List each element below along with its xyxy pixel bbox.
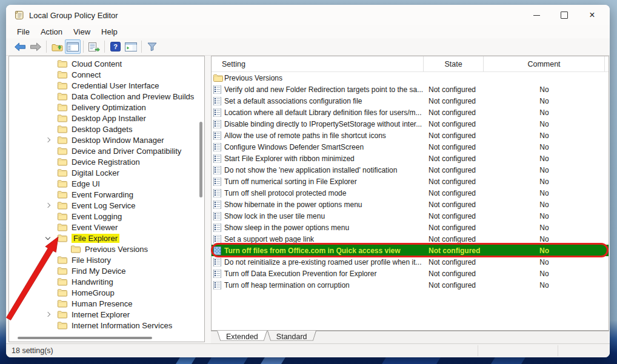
policy-setting-icon bbox=[213, 247, 221, 255]
menu-view[interactable]: View bbox=[68, 27, 96, 37]
tree-item-delivery-optimization[interactable]: Delivery Optimization bbox=[9, 102, 204, 113]
tree-item-find-my-device[interactable]: Find My Device bbox=[9, 265, 204, 276]
policy-setting-icon bbox=[213, 154, 221, 163]
toolbar-separator bbox=[46, 41, 47, 53]
help-icon: ? bbox=[110, 42, 121, 51]
folder-icon bbox=[58, 300, 67, 308]
up-one-level-icon bbox=[52, 42, 63, 51]
list-row-setting[interactable]: Set a default associations configuration… bbox=[212, 95, 609, 107]
tab-standard[interactable]: Standard bbox=[267, 331, 316, 342]
tree-item-label: Event Logging bbox=[72, 212, 122, 221]
forward-button[interactable] bbox=[28, 39, 44, 54]
tree-item-event-viewer[interactable]: Event Viewer bbox=[9, 222, 204, 233]
list-row-setting[interactable]: Turn off shell protocol protected modeNo… bbox=[212, 187, 609, 199]
show-console-tree-icon bbox=[67, 42, 79, 51]
folder-icon bbox=[58, 93, 67, 101]
list-row-setting[interactable]: Do not show the 'new application install… bbox=[212, 164, 609, 176]
tree-item-digital-locker[interactable]: Digital Locker bbox=[9, 167, 204, 178]
column-header-comment[interactable]: Comment bbox=[484, 56, 605, 71]
setting-comment: No bbox=[484, 212, 605, 220]
maximize-button[interactable] bbox=[550, 5, 578, 25]
list-row-setting[interactable]: Show hibernate in the power options menu… bbox=[212, 199, 609, 210]
up-one-level-button[interactable] bbox=[49, 39, 65, 54]
list-row-setting[interactable]: Turn off numerical sorting in File Explo… bbox=[212, 176, 609, 187]
list-row-setting[interactable]: Set a support web page linkNot configure… bbox=[212, 233, 609, 245]
menu-help[interactable]: Help bbox=[96, 27, 123, 37]
column-header-setting[interactable]: Setting bbox=[212, 56, 424, 71]
list-row-setting[interactable]: Verify old and new Folder Redirection ta… bbox=[212, 84, 609, 95]
policy-setting-icon bbox=[213, 166, 221, 174]
setting-name: Turn off files from Office.com in Quick … bbox=[224, 247, 401, 255]
tree-item-handwriting[interactable]: Handwriting bbox=[9, 276, 204, 287]
tree-vertical-scrollbar[interactable] bbox=[199, 122, 202, 197]
list-row-folder[interactable]: Previous Versions bbox=[212, 72, 609, 84]
tree-item-internet-explorer[interactable]: Internet Explorer bbox=[9, 309, 204, 320]
list-row-setting[interactable]: Do not reinitialize a pre-existing roame… bbox=[212, 256, 609, 268]
setting-state: Not configured bbox=[424, 189, 484, 197]
menu-file[interactable]: File bbox=[12, 27, 35, 37]
help-button[interactable]: ? bbox=[107, 39, 123, 54]
tree-item-label: Device and Driver Compatibility bbox=[72, 147, 181, 156]
tab-extended[interactable]: Extended bbox=[217, 331, 267, 342]
tree-item-label: Handwriting bbox=[72, 277, 113, 286]
minimize-button[interactable] bbox=[522, 5, 550, 25]
tree-item-desktop-app-installer[interactable]: Desktop App Installer bbox=[9, 113, 204, 124]
tree-item-homegroup[interactable]: HomeGroup bbox=[9, 287, 204, 298]
show-action-pane-button[interactable] bbox=[123, 39, 139, 54]
filter-icon bbox=[147, 42, 158, 51]
gpedit-scroll-icon bbox=[14, 10, 24, 20]
tree-item-file-explorer[interactable]: File Explorer bbox=[9, 233, 204, 243]
setting-state: Not configured bbox=[424, 235, 484, 243]
filter-button[interactable] bbox=[144, 39, 160, 54]
tree-item-event-log-service[interactable]: Event Log Service bbox=[9, 200, 204, 211]
setting-name: Configure Windows Defender SmartScreen bbox=[224, 143, 364, 151]
list-row-setting[interactable]: Configure Windows Defender SmartScreenNo… bbox=[212, 141, 609, 153]
chevron-right-icon[interactable] bbox=[44, 138, 58, 142]
list-row-setting[interactable]: Turn off heap termination on corruptionN… bbox=[212, 279, 609, 291]
setting-state: Not configured bbox=[424, 131, 484, 140]
tree-item-edge-ui[interactable]: Edge UI bbox=[9, 178, 204, 189]
list-row-setting[interactable]: Show lock in the user tile menuNot confi… bbox=[212, 210, 609, 222]
chevron-right-icon[interactable] bbox=[44, 204, 58, 207]
tree-item-credential-user-interface[interactable]: Credential User Interface bbox=[9, 80, 204, 91]
list-header: Setting State Comment bbox=[212, 56, 609, 72]
chevron-right-icon[interactable] bbox=[44, 313, 58, 316]
tree-item-data-collection-and-preview-builds[interactable]: Data Collection and Preview Builds bbox=[9, 91, 204, 102]
list-row-setting[interactable]: Allow the use of remote paths in file sh… bbox=[212, 130, 609, 141]
desktop: { "window": { "title": "Local Group Poli… bbox=[0, 0, 617, 364]
export-list-button[interactable] bbox=[86, 39, 102, 54]
column-header-state[interactable]: State bbox=[424, 56, 484, 71]
folder-icon bbox=[58, 191, 67, 199]
settings-rows: Previous VersionsVerify old and new Fold… bbox=[212, 72, 609, 291]
menu-action[interactable]: Action bbox=[35, 27, 68, 37]
list-row-setting[interactable]: Turn off Data Execution Prevention for E… bbox=[212, 268, 609, 279]
list-row-setting[interactable]: Location where all default Library defin… bbox=[212, 107, 609, 118]
tree-item-event-forwarding[interactable]: Event Forwarding bbox=[9, 189, 204, 200]
tree-item-desktop-window-manager[interactable]: Desktop Window Manager bbox=[9, 134, 204, 145]
window-controls: × bbox=[522, 5, 610, 25]
close-button[interactable]: × bbox=[578, 5, 606, 25]
setting-state: Not configured bbox=[424, 212, 484, 220]
setting-name: Turn off heap termination on corruption bbox=[224, 281, 350, 290]
status-divider bbox=[558, 345, 558, 356]
show-console-tree-button[interactable] bbox=[65, 39, 81, 54]
list-row-setting[interactable]: Start File Explorer with ribbon minimize… bbox=[212, 153, 609, 164]
list-row-setting[interactable]: Turn off files from Office.com in Quick … bbox=[212, 245, 609, 256]
policy-setting-icon bbox=[213, 177, 221, 186]
chevron-down-icon[interactable] bbox=[44, 237, 58, 239]
tree-item-device-and-driver-compatibility[interactable]: Device and Driver Compatibility bbox=[9, 145, 204, 156]
tree-item-desktop-gadgets[interactable]: Desktop Gadgets bbox=[9, 124, 204, 134]
tree-item-label: Credential User Interface bbox=[72, 81, 159, 90]
tree-item-cloud-content[interactable]: Cloud Content bbox=[9, 58, 204, 69]
tree-item-device-registration[interactable]: Device Registration bbox=[9, 156, 204, 167]
tree-horizontal-scrollbar[interactable] bbox=[18, 337, 152, 339]
tree-item-file-history[interactable]: File History bbox=[9, 254, 204, 265]
tree-item-event-logging[interactable]: Event Logging bbox=[9, 211, 204, 222]
list-row-setting[interactable]: Disable binding directly to IPropertySet… bbox=[212, 118, 609, 130]
tree-item-previous-versions[interactable]: Previous Versions bbox=[9, 243, 204, 254]
list-row-setting[interactable]: Show sleep in the power options menuNot … bbox=[212, 222, 609, 233]
tree-item-connect[interactable]: Connect bbox=[9, 69, 204, 80]
back-button[interactable] bbox=[12, 39, 28, 54]
tree-item-internet-information-services[interactable]: Internet Information Services bbox=[9, 320, 204, 331]
tree-item-human-presence[interactable]: Human Presence bbox=[9, 298, 204, 309]
